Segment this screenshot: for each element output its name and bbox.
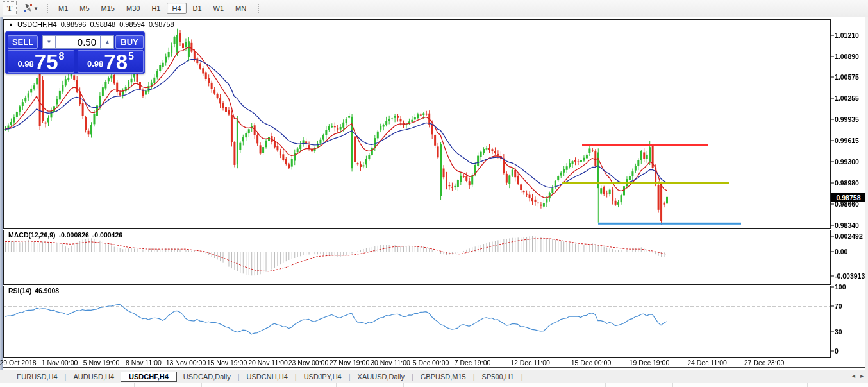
- rsi-axis-label: 70: [835, 302, 842, 310]
- time-axis-label: 5 Nov 19:00: [83, 359, 120, 366]
- symbol-timeframe-label: USDCHF,H4: [17, 21, 57, 28]
- tab-gbpusd-m15[interactable]: GBPUSD,M15: [414, 372, 472, 381]
- tab-eurusd-h4[interactable]: EURUSD,H4: [10, 372, 64, 381]
- sell-button[interactable]: SELL: [8, 35, 38, 49]
- tab-scroll-right-icon[interactable]: ▸: [860, 372, 864, 379]
- lot-size-input[interactable]: 0.50: [56, 35, 101, 49]
- tab-separator: |: [65, 373, 67, 381]
- macd-axis-label: -0.003913: [835, 272, 865, 280]
- time-axis-label: 15 Dec 00:00: [571, 359, 611, 366]
- macd-signal-value: -0.000426: [92, 231, 122, 239]
- price-axis-label: 0.98980: [835, 179, 859, 187]
- time-axis-label: 8 Nov 11:00: [126, 359, 162, 366]
- timeframe-button-h1[interactable]: H1: [146, 3, 165, 14]
- time-axis-label: 19 Dec 19:00: [630, 359, 669, 366]
- time-axis-label: 27 Nov 19:00: [330, 359, 369, 366]
- timeframe-button-h4[interactable]: H4: [167, 3, 186, 14]
- price-axis-label: 1.01210: [835, 31, 859, 39]
- time-axis-label: 1 Nov 00:00: [42, 359, 78, 366]
- open-value: 0.98596: [61, 21, 87, 28]
- price-axis-label: 1.00255: [835, 94, 859, 102]
- sell-price-big: 75: [35, 53, 58, 71]
- buy-price-prefix: 0.98: [87, 59, 103, 69]
- sell-price-prefix: 0.98: [18, 59, 34, 69]
- timeframe-button-m30[interactable]: M30: [121, 3, 145, 14]
- tab-separator: |: [412, 373, 413, 381]
- tab-separator: |: [238, 373, 240, 381]
- tab-audusd-h4[interactable]: AUDUSD,H4: [67, 372, 121, 381]
- time-axis-label: 13 Nov 00:00: [166, 359, 206, 366]
- tab-usdcad-daily[interactable]: USDCAD,Daily: [177, 372, 237, 381]
- timeframe-button-m1[interactable]: M1: [53, 3, 73, 14]
- price-axis-label: 0.99935: [835, 116, 859, 123]
- tab-separator: |: [521, 373, 523, 381]
- time-axis-label: 12 Dec 11:00: [510, 359, 550, 366]
- tab-sp500-h1[interactable]: SP500,H1: [476, 372, 521, 381]
- rsi-name: RSI(14): [8, 287, 31, 295]
- sell-price-pip: 8: [59, 51, 65, 62]
- timeframe-button-m5[interactable]: M5: [74, 3, 94, 14]
- sell-price-display[interactable]: 0.98 75 8: [8, 50, 74, 73]
- tab-xauusd-daily[interactable]: XAUUSD,Daily: [351, 372, 411, 381]
- tab-separator: |: [473, 373, 475, 381]
- lot-decrease-button[interactable]: ▼: [42, 35, 56, 49]
- time-axis-label: 7 Dec 19:00: [455, 359, 491, 366]
- macd-main-value: -0.000826: [59, 231, 89, 239]
- timeframe-toolbar: M1M5M15M30H1H4D1W1MN: [53, 3, 252, 14]
- tab-usdjpy-h4[interactable]: USDJPY,H4: [297, 372, 348, 381]
- timeframe-button-m15[interactable]: M15: [96, 3, 120, 14]
- timeframe-button-mn[interactable]: MN: [230, 3, 251, 14]
- time-axis-label: 5 Dec 00:00: [413, 359, 449, 366]
- buy-button[interactable]: BUY: [115, 35, 144, 49]
- arrow-tools-icon: [23, 3, 33, 15]
- buy-price-pip: 5: [128, 51, 134, 62]
- chart-tab-bar: EURUSD,H4|AUDUSD,H4USDCHF,H4USDCAD,Daily…: [0, 370, 868, 383]
- macd-name: MACD(12,26,9): [8, 231, 56, 239]
- tab-usdcnh-h4[interactable]: USDCNH,H4: [240, 372, 294, 381]
- price-axis-label: 0.99300: [835, 158, 859, 166]
- price-axis-label: 1.00890: [835, 53, 859, 60]
- rsi-axis-label: 100: [835, 283, 846, 291]
- close-value: 0.98758: [149, 21, 174, 28]
- spinner-down-icon: ▼: [47, 39, 52, 45]
- time-axis-label: 24 Dec 11:00: [687, 359, 727, 366]
- collapse-icon[interactable]: ▲: [8, 22, 13, 28]
- text-tool-icon: T: [7, 4, 12, 13]
- toolbar-grip[interactable]: [46, 3, 49, 14]
- window-left-edge: [0, 17, 3, 370]
- window-right-edge: [865, 17, 868, 370]
- one-click-trading-panel: SELL ▼ 0.50 ▲ BUY 0.98 75 8 0.98 78 5: [5, 31, 145, 74]
- price-axis-label: 0.99615: [835, 137, 859, 144]
- time-axis-label: 20 Nov 11:00: [248, 359, 288, 366]
- text-label-tool-button[interactable]: T: [3, 1, 17, 15]
- low-value: 0.98594: [119, 21, 145, 28]
- current-price-tag: 0.98758: [831, 193, 865, 202]
- chevron-down-icon: ▾: [35, 5, 38, 12]
- rsi-value: 46.9008: [35, 287, 59, 295]
- buy-price-big: 78: [104, 53, 128, 71]
- status-strip: [0, 383, 868, 387]
- tab-separator: |: [295, 373, 297, 381]
- tab-separator: |: [349, 373, 351, 381]
- macd-axis-label: 0.002492: [835, 232, 863, 240]
- price-axis-label: 0.98340: [835, 221, 859, 229]
- time-axis-label: 27 Dec 23:00: [744, 359, 784, 366]
- arrow-tools-button[interactable]: ▾: [19, 2, 41, 15]
- rsi-pane-label: RSI(14) 46.9008: [8, 287, 59, 295]
- lot-increase-button[interactable]: ▲: [101, 35, 114, 49]
- timeframe-button-w1[interactable]: W1: [208, 3, 230, 14]
- mt4-window: T ▾ M1M5M15M30H1H4D1W1MN ▲ USDCHF,H4 0.9…: [0, 0, 868, 387]
- macd-pane-label: MACD(12,26,9) -0.000826 -0.000426: [8, 231, 122, 239]
- macd-axis-label: 0.00: [835, 248, 847, 255]
- tab-usdchf-h4[interactable]: USDCHF,H4: [121, 372, 177, 382]
- tab-scroll-left-icon[interactable]: ◂: [852, 372, 855, 379]
- time-axis-label: 15 Nov 19:00: [207, 359, 247, 366]
- toolbar: T ▾ M1M5M15M30H1H4D1W1MN: [0, 0, 868, 17]
- toolbar-grip[interactable]: [257, 3, 260, 14]
- time-axis-label: 30 Nov 11:00: [371, 359, 410, 366]
- price-axis-label: 1.00575: [835, 73, 859, 81]
- time-axis-label: 29 Oct 2018: [0, 359, 37, 366]
- timeframe-button-d1[interactable]: D1: [188, 3, 207, 14]
- buy-price-display[interactable]: 0.98 78 5: [78, 50, 144, 73]
- time-axis-label: 23 Nov 00:00: [288, 359, 328, 366]
